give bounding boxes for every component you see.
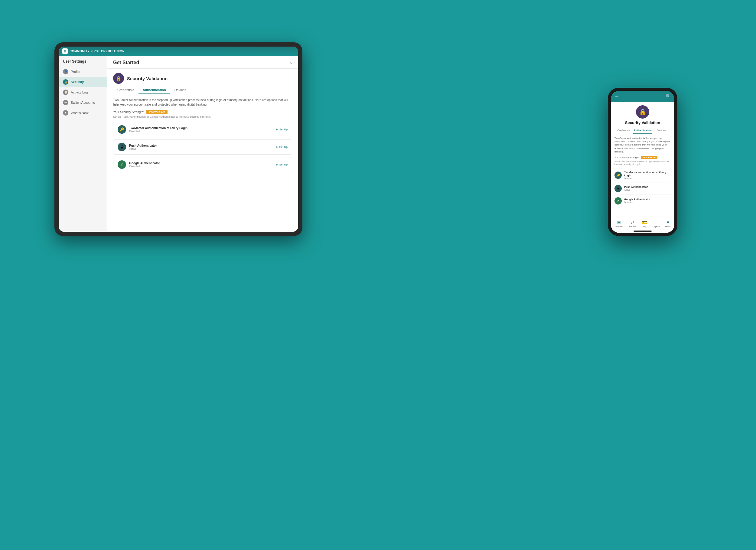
strength-badge: Intermediate xyxy=(146,110,168,114)
phone-auth-push: 📱 Push Authenticator Active xyxy=(614,182,671,195)
tab-credentials[interactable]: Credentials xyxy=(113,86,138,94)
auth-item-left: 🔑 Two-factor authentication at Every Log… xyxy=(118,125,187,134)
tab-devices[interactable]: Devices xyxy=(170,86,191,94)
phone-tab-devices[interactable]: Devices xyxy=(652,127,671,134)
phone-screen: ← 🔍 🔒 Security Validation Credentials Au… xyxy=(611,91,674,233)
phone-description: Two-Factor Authentication is the stepped… xyxy=(614,136,671,153)
tablet-sidebar: User Settings 👤 Profile 🔒 Security 📋 Act… xyxy=(59,56,107,232)
auth-item-left: ✔ Google Authenticator Disabled xyxy=(118,160,160,169)
phone-tab-authentication[interactable]: Authentication xyxy=(633,127,652,134)
tablet-content: User Settings 👤 Profile 🔒 Security 📋 Act… xyxy=(59,56,298,232)
deposit-icon: ↑ xyxy=(655,220,657,225)
sidebar-item-security[interactable]: 🔒 Security xyxy=(59,77,107,87)
phone-auth-2fa: 🔑 Two-factor authentication at Every Log… xyxy=(614,168,671,182)
activity-icon: 📋 xyxy=(63,89,68,95)
logo-icon: ⊟ xyxy=(62,48,68,54)
phone-strength-row: Your Security Strength: Intermediate xyxy=(614,156,671,159)
phone-tab-credentials[interactable]: Credentials xyxy=(614,127,633,134)
strength-row: Your Security Strength: Intermediate xyxy=(113,110,292,114)
phone-strength-badge: Intermediate xyxy=(641,156,657,159)
phone-nav-label: Menu xyxy=(665,225,671,227)
sidebar-item-label: Switch Accounts xyxy=(71,101,95,104)
sidebar-item-profile[interactable]: 👤 Profile xyxy=(59,67,107,77)
phone-device: ← 🔍 🔒 Security Validation Credentials Au… xyxy=(608,88,677,236)
tablet-topbar: ⊟ Community First Credit Union xyxy=(59,47,298,56)
phone-nav-label: Transfer xyxy=(629,225,637,227)
phone-strength-hint: Set up Push Authentication or Google Aut… xyxy=(614,160,671,165)
auth-item-setup-button[interactable]: ⊕ Set Up xyxy=(275,128,288,131)
auth-item-info: Two-factor authentication at Every Login… xyxy=(129,126,187,133)
auth-item-name: Two-factor authentication at Every Login xyxy=(129,126,187,130)
check-icon: ✔ xyxy=(118,160,126,169)
phone-auth-status: Disabled xyxy=(624,201,650,203)
description-text: Two-Factor Authentication is the stepped… xyxy=(113,98,292,107)
phone-lock-area: 🔒 xyxy=(611,102,674,120)
phone-nav-label: Deposit xyxy=(653,225,660,227)
auth-item-info: Push Authenticator Active xyxy=(129,144,157,150)
auth-item-left: 📱 Push Authenticator Active xyxy=(118,143,157,151)
auth-item-name: Push Authenticator xyxy=(129,144,157,147)
close-button[interactable]: × xyxy=(290,60,292,65)
logo-text: Community First Credit Union xyxy=(70,50,125,53)
transfer-icon: ⇄ xyxy=(631,220,634,225)
phone-icon: 📱 xyxy=(118,143,126,151)
auth-item-name: Google Authenticator xyxy=(129,161,160,165)
phone-nav-pay[interactable]: 💳 Pay xyxy=(642,220,647,227)
sidebar-item-activity[interactable]: 📋 Activity Log xyxy=(59,87,107,97)
security-icon: 🔒 xyxy=(63,79,68,85)
tab-content: Two-Factor Authentication is the stepped… xyxy=(107,94,298,178)
auth-item-setup-button[interactable]: ⊕ Set Up xyxy=(275,145,288,148)
profile-icon: 👤 xyxy=(63,69,68,74)
sidebar-item-switch[interactable]: ⇄ Switch Accounts xyxy=(59,97,107,108)
key-icon: 🔑 xyxy=(118,125,126,134)
tablet-screen: ⊟ Community First Credit Union User Sett… xyxy=(59,47,298,232)
whatsnew-icon: ✦ xyxy=(63,110,68,115)
strength-label: Your Security Strength: xyxy=(113,110,144,114)
phone-key-icon: 🔑 xyxy=(614,171,622,179)
auth-item-2fa: 🔑 Two-factor authentication at Every Log… xyxy=(113,122,292,137)
phone-auth-info: Google Authenticator Disabled xyxy=(624,198,650,203)
sidebar-item-label: Security xyxy=(71,80,84,84)
phone-nav-accounts[interactable]: ⊞ Accounts xyxy=(615,220,624,227)
phone-auth-info: Push Authenticator Active xyxy=(624,185,648,191)
phone-push-icon: 📱 xyxy=(614,185,622,192)
switch-icon: ⇄ xyxy=(63,100,68,105)
auth-item-status: Disabled xyxy=(129,130,187,133)
phone-auth-name: Two-factor authentication at Every Login xyxy=(624,171,671,177)
sidebar-item-whatsnew[interactable]: ✦ What's New xyxy=(59,108,107,118)
phone-auth-status: Disabled xyxy=(624,177,671,180)
phone-nav-deposit[interactable]: ↑ Deposit xyxy=(653,220,660,227)
phone-auth-name: Google Authenticator xyxy=(624,198,650,201)
tab-authentication[interactable]: Authentication xyxy=(138,86,170,94)
sidebar-header: User Settings xyxy=(59,59,107,67)
phone-bottom-nav: ⊞ Accounts ⇄ Transfer 💳 Pay ↑ Deposit ≡ … xyxy=(611,216,674,230)
phone-check-icon: ✔ xyxy=(614,197,622,204)
tabs-row: Credentials Authentication Devices xyxy=(107,86,298,94)
phone-security-title: Security Validation xyxy=(614,120,671,125)
auth-item-push: 📱 Push Authenticator Active ⊕ Set Up xyxy=(113,139,292,154)
auth-item-status: Active xyxy=(129,147,157,150)
phone-strength-label: Your Security Strength: xyxy=(614,156,639,159)
back-icon[interactable]: ← xyxy=(614,93,619,99)
phone-topbar: ← 🔍 xyxy=(611,91,674,102)
tablet-logo: ⊟ Community First Credit Union xyxy=(62,48,125,54)
phone-nav-label: Pay xyxy=(643,225,647,227)
modal-title: Get Started xyxy=(113,60,139,65)
modal-header: Get Started × xyxy=(107,56,298,69)
phone-nav-menu[interactable]: ≡ Menu xyxy=(665,220,671,227)
home-indicator xyxy=(634,230,652,232)
auth-item-google: ✔ Google Authenticator Disabled ⊕ Set Up xyxy=(113,157,292,172)
phone-auth-status: Active xyxy=(624,188,648,191)
auth-item-info: Google Authenticator Disabled xyxy=(129,161,160,168)
strength-hint: Set up Push Authentication or Google Aut… xyxy=(113,115,292,118)
phone-auth-name: Push Authenticator xyxy=(624,185,648,188)
phone-main: Security Validation Credentials Authenti… xyxy=(611,120,674,216)
search-icon[interactable]: 🔍 xyxy=(666,94,671,99)
phone-auth-google: ✔ Google Authenticator Disabled xyxy=(614,195,671,207)
phone-nav-transfer[interactable]: ⇄ Transfer xyxy=(629,220,637,227)
menu-icon: ≡ xyxy=(666,220,669,225)
auth-item-setup-button[interactable]: ⊕ Set Up xyxy=(275,163,288,166)
phone-lock-icon: 🔒 xyxy=(636,105,649,119)
auth-item-status: Disabled xyxy=(129,165,160,168)
tablet-main: Get Started × 🔒 Security Validation Cred… xyxy=(107,56,298,232)
